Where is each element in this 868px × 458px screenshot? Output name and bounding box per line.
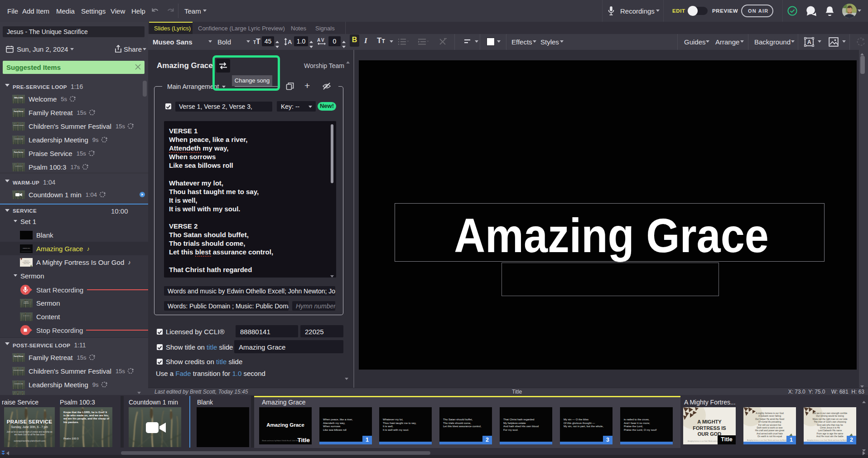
svg-text:Children's Summer: Children's Summer bbox=[13, 370, 24, 371]
svg-text:A: A bbox=[807, 39, 811, 45]
svg-text:V: V bbox=[321, 38, 324, 43]
svg-text:No Weekend: No Weekend bbox=[23, 315, 29, 316]
svg-text:Family Retreat: Family Retreat bbox=[14, 111, 24, 112]
svg-text:WELCOME: WELCOME bbox=[14, 97, 23, 99]
svg-text:OUR GOD: OUR GOD bbox=[24, 263, 29, 264]
svg-text:FORTRESS IS: FORTRESS IS bbox=[22, 262, 30, 263]
svg-text:A MIGHTY: A MIGHTY bbox=[24, 260, 29, 262]
svg-text:Amazing Grace: Amazing Grace bbox=[23, 247, 31, 248]
svg-text:A: A bbox=[317, 38, 320, 43]
svg-text:Leadership Mtg: Leadership Mtg bbox=[14, 138, 23, 140]
svg-text:Family Retreat: Family Retreat bbox=[14, 356, 24, 357]
svg-text:Leadership Mtg: Leadership Mtg bbox=[14, 383, 23, 385]
svg-text:A: A bbox=[288, 39, 292, 45]
svg-text:Praise Service: Praise Service bbox=[14, 151, 24, 153]
svg-text:Children's Summer: Children's Summer bbox=[13, 125, 24, 126]
svg-text:Know that the: Know that the bbox=[15, 166, 22, 167]
